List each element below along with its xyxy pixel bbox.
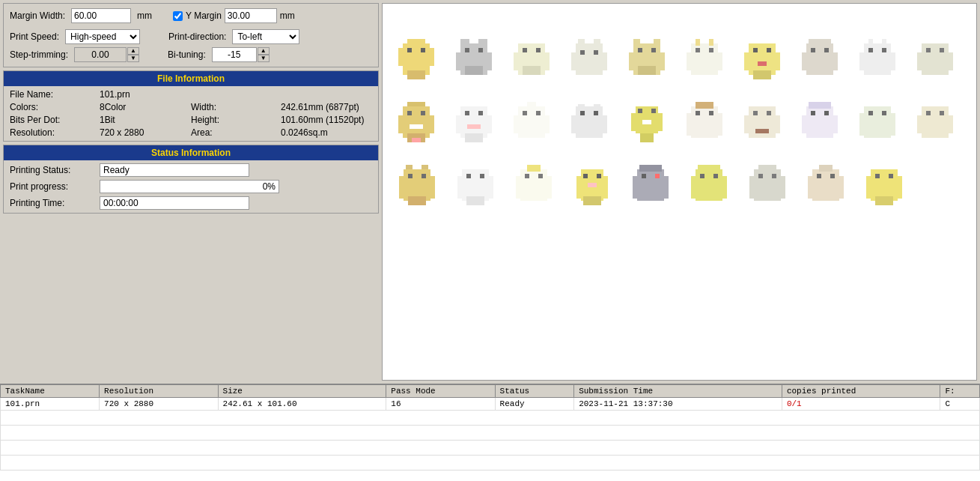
print-direction-label: Print-direction:: [168, 31, 226, 42]
file-info-right-col: Width: 242.61mm (6877pt) Height: 101.60m…: [191, 102, 372, 138]
sprite-1-2: [448, 34, 501, 94]
height-label: Height:: [191, 115, 281, 125]
svg-rect-163: [817, 174, 821, 178]
svg-rect-106: [755, 129, 769, 133]
col-header-resolution: Resolution: [100, 385, 219, 398]
bi-tuning-up[interactable]: ▲: [258, 47, 270, 55]
svg-rect-124: [408, 174, 413, 178]
svg-rect-160: [758, 165, 776, 172]
svg-rect-95: [640, 133, 654, 142]
table-row-empty-2: [1, 426, 980, 441]
margin-row: Margin Width: mm Y Margin mm: [10, 8, 372, 23]
svg-rect-125: [421, 174, 426, 178]
print-direction-select[interactable]: To-left To-right Bidirectional: [232, 29, 299, 44]
svg-rect-0: [407, 39, 412, 43]
svg-rect-126: [408, 196, 417, 205]
bi-tuning-down[interactable]: ▼: [258, 55, 270, 62]
svg-rect-138: [527, 165, 541, 172]
svg-rect-79: [465, 133, 483, 142]
progress-text: 0%: [263, 181, 276, 192]
svg-rect-13: [478, 48, 483, 52]
pokemon-row-3: [390, 160, 961, 220]
col-header-size: Size: [218, 385, 386, 398]
svg-rect-73: [412, 138, 421, 142]
file-info-block: File Information File Name: 101.prn Colo…: [3, 70, 379, 142]
svg-rect-48: [753, 70, 762, 79]
svg-rect-39: [696, 48, 700, 52]
svg-rect-7: [421, 48, 425, 52]
cell-size: 242.61 x 101.60: [218, 398, 386, 411]
svg-rect-34: [633, 39, 640, 46]
svg-rect-100: [709, 111, 713, 115]
printing-status-label: Printing Status:: [10, 165, 100, 175]
bi-tuning-input[interactable]: [212, 47, 257, 62]
svg-rect-86: [571, 115, 607, 133]
resolution-row: Resolution: 720 x 2880: [10, 127, 191, 138]
pokemon-grid: [383, 4, 976, 380]
cell-submission-time: 2023-11-21 13:37:30: [574, 398, 782, 411]
step-trimming-input[interactable]: [74, 47, 127, 62]
bits-value: 1Bit: [100, 115, 191, 125]
sprite-2-9: [850, 97, 904, 157]
svg-rect-104: [753, 111, 758, 115]
svg-rect-143: [588, 183, 597, 187]
svg-rect-12: [465, 48, 469, 52]
svg-rect-158: [758, 174, 763, 178]
table-row[interactable]: 101.prn 720 x 2880 242.61 x 101.60 16 Re…: [1, 398, 980, 411]
progress-bar: 0%: [100, 180, 279, 193]
step-trimming-down[interactable]: ▼: [127, 55, 139, 62]
printing-time-row: Printing Time: 00:00:00: [10, 196, 372, 210]
print-speed-row: Print Speed: High-speed Normal Low-speed…: [10, 29, 372, 44]
file-info-two-col: Colors: 8Color Bits Per Dot: 1Bit Resolu…: [10, 102, 372, 138]
print-speed-select[interactable]: High-speed Normal Low-speed: [65, 29, 140, 44]
svg-rect-32: [638, 48, 642, 52]
sprite-1-5: [621, 34, 674, 94]
svg-rect-77: [478, 111, 483, 115]
svg-rect-29: [594, 50, 598, 55]
svg-rect-170: [875, 196, 884, 205]
svg-rect-148: [642, 174, 646, 178]
sprite-3-3: [507, 160, 561, 220]
col-header-taskname: TaskName: [1, 385, 100, 398]
status-info-block: Status Information Printing Status: Read…: [3, 145, 379, 214]
svg-rect-88: [594, 111, 598, 115]
task-table-container: TaskName Resolution Size Pass Mode Statu…: [0, 384, 980, 481]
svg-rect-118: [926, 111, 931, 115]
col-header-f: F:: [940, 385, 980, 398]
step-trimming-label: Step-trimming:: [10, 49, 68, 60]
area-row: Area: 0.0246sq.m: [191, 127, 372, 138]
svg-rect-90: [594, 104, 600, 111]
printing-status-row: Printing Status: Ready: [10, 163, 372, 177]
file-name-label: File Name:: [10, 89, 100, 100]
svg-rect-113: [859, 113, 895, 136]
margin-width-unit: mm: [137, 10, 152, 21]
svg-rect-1: [412, 39, 421, 43]
area-label: Area:: [191, 127, 281, 138]
sprite-2-7: [735, 97, 788, 157]
y-margin-input[interactable]: [225, 8, 277, 23]
svg-rect-131: [480, 174, 484, 178]
sprite-1-8: [793, 34, 846, 94]
svg-rect-167: [866, 176, 902, 199]
sprite-1-9: [850, 34, 904, 94]
step-trimming-up[interactable]: ▲: [127, 47, 139, 55]
svg-rect-171: [884, 196, 893, 205]
svg-rect-111: [809, 102, 831, 109]
svg-rect-93: [638, 109, 642, 113]
y-margin-checkbox[interactable]: [173, 11, 183, 21]
margin-width-input[interactable]: [71, 8, 131, 23]
svg-rect-42: [709, 39, 713, 46]
svg-rect-20: [523, 48, 527, 52]
svg-rect-87: [580, 111, 585, 115]
resolution-value: 720 x 2880: [100, 127, 191, 138]
cell-taskname: 101.prn: [1, 398, 100, 411]
resolution-label: Resolution:: [10, 127, 100, 138]
col-header-passmode: Pass Mode: [386, 385, 495, 398]
top-area: Margin Width: mm Y Margin mm Print Speed…: [0, 0, 980, 384]
svg-rect-27: [571, 52, 607, 70]
svg-rect-2: [421, 39, 425, 43]
svg-rect-23: [532, 66, 541, 75]
table-row-empty-3: [1, 441, 980, 456]
sprite-1-1: [390, 34, 443, 94]
svg-rect-16: [460, 39, 469, 46]
